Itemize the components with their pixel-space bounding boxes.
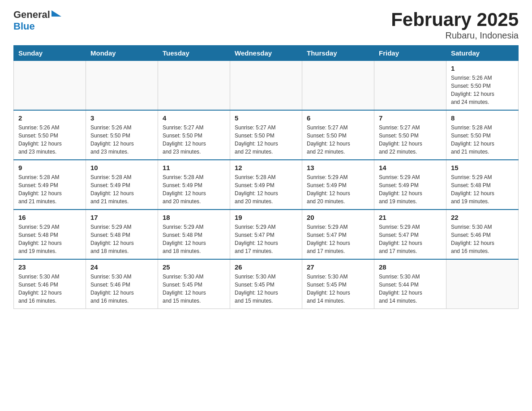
day-number: 22 xyxy=(451,214,514,221)
calendar-day-cell: 14Sunrise: 5:29 AMSunset: 5:49 PMDayligh… xyxy=(374,160,446,210)
day-info: Sunrise: 5:30 AMSunset: 5:46 PMDaylight:… xyxy=(18,273,81,305)
calendar-day-cell: 11Sunrise: 5:28 AMSunset: 5:49 PMDayligh… xyxy=(158,160,230,210)
day-number: 12 xyxy=(235,164,297,171)
day-info: Sunrise: 5:28 AMSunset: 5:49 PMDaylight:… xyxy=(163,173,225,206)
calendar-day-cell: 19Sunrise: 5:29 AMSunset: 5:47 PMDayligh… xyxy=(230,210,302,259)
logo-triangle-icon xyxy=(51,10,61,17)
title-area: February 2025 Rubaru, Indonesia xyxy=(391,9,519,41)
day-number: 25 xyxy=(163,263,225,271)
calendar-day-cell: 25Sunrise: 5:30 AMSunset: 5:45 PMDayligh… xyxy=(158,259,230,309)
day-info: Sunrise: 5:28 AMSunset: 5:50 PMDaylight:… xyxy=(451,124,514,156)
calendar-day-cell xyxy=(14,61,86,111)
logo: General Blue xyxy=(13,9,61,32)
calendar-day-cell: 20Sunrise: 5:29 AMSunset: 5:47 PMDayligh… xyxy=(302,210,374,259)
calendar-day-cell: 17Sunrise: 5:29 AMSunset: 5:48 PMDayligh… xyxy=(86,210,158,259)
day-number: 26 xyxy=(235,263,297,271)
calendar-day-cell: 24Sunrise: 5:30 AMSunset: 5:46 PMDayligh… xyxy=(86,259,158,309)
day-number: 1 xyxy=(451,64,514,72)
calendar-day-cell: 15Sunrise: 5:29 AMSunset: 5:48 PMDayligh… xyxy=(446,160,519,210)
day-of-week-header: Monday xyxy=(86,46,158,61)
day-number: 17 xyxy=(90,214,153,221)
day-info: Sunrise: 5:27 AMSunset: 5:50 PMDaylight:… xyxy=(379,124,442,156)
calendar-day-cell: 9Sunrise: 5:28 AMSunset: 5:49 PMDaylight… xyxy=(14,160,86,210)
day-info: Sunrise: 5:28 AMSunset: 5:49 PMDaylight:… xyxy=(235,173,297,206)
calendar-subtitle: Rubaru, Indonesia xyxy=(391,30,519,41)
calendar-day-cell: 1Sunrise: 5:26 AMSunset: 5:50 PMDaylight… xyxy=(446,61,519,111)
day-info: Sunrise: 5:28 AMSunset: 5:49 PMDaylight:… xyxy=(90,173,153,206)
day-info: Sunrise: 5:29 AMSunset: 5:49 PMDaylight:… xyxy=(379,173,442,206)
calendar-day-cell: 4Sunrise: 5:27 AMSunset: 5:50 PMDaylight… xyxy=(158,110,230,160)
day-info: Sunrise: 5:29 AMSunset: 5:48 PMDaylight:… xyxy=(90,223,153,255)
day-number: 10 xyxy=(90,164,153,171)
day-info: Sunrise: 5:30 AMSunset: 5:46 PMDaylight:… xyxy=(90,273,153,305)
day-info: Sunrise: 5:26 AMSunset: 5:50 PMDaylight:… xyxy=(90,124,153,156)
day-info: Sunrise: 5:29 AMSunset: 5:47 PMDaylight:… xyxy=(307,223,369,255)
day-info: Sunrise: 5:27 AMSunset: 5:50 PMDaylight:… xyxy=(163,124,225,156)
day-info: Sunrise: 5:28 AMSunset: 5:49 PMDaylight:… xyxy=(18,173,81,206)
day-number: 6 xyxy=(307,114,369,122)
calendar-header-row: SundayMondayTuesdayWednesdayThursdayFrid… xyxy=(14,46,519,61)
day-number: 3 xyxy=(90,114,153,122)
calendar-day-cell xyxy=(446,259,519,309)
day-number: 15 xyxy=(451,164,514,171)
calendar-day-cell: 3Sunrise: 5:26 AMSunset: 5:50 PMDaylight… xyxy=(86,110,158,160)
calendar-day-cell: 18Sunrise: 5:29 AMSunset: 5:48 PMDayligh… xyxy=(158,210,230,259)
page-header: General Blue February 2025 Rubaru, Indon… xyxy=(13,9,519,41)
day-number: 21 xyxy=(379,214,442,221)
day-info: Sunrise: 5:30 AMSunset: 5:45 PMDaylight:… xyxy=(235,273,297,305)
day-info: Sunrise: 5:27 AMSunset: 5:50 PMDaylight:… xyxy=(307,124,369,156)
day-number: 9 xyxy=(18,164,81,171)
calendar-day-cell: 6Sunrise: 5:27 AMSunset: 5:50 PMDaylight… xyxy=(302,110,374,160)
calendar-day-cell: 23Sunrise: 5:30 AMSunset: 5:46 PMDayligh… xyxy=(14,259,86,309)
day-info: Sunrise: 5:29 AMSunset: 5:48 PMDaylight:… xyxy=(18,223,81,255)
day-number: 11 xyxy=(163,164,225,171)
calendar-week-row: 2Sunrise: 5:26 AMSunset: 5:50 PMDaylight… xyxy=(14,110,519,160)
calendar-day-cell: 8Sunrise: 5:28 AMSunset: 5:50 PMDaylight… xyxy=(446,110,519,160)
day-of-week-header: Thursday xyxy=(302,46,374,61)
calendar-day-cell xyxy=(158,61,230,111)
day-of-week-header: Wednesday xyxy=(230,46,302,61)
calendar-table: SundayMondayTuesdayWednesdayThursdayFrid… xyxy=(13,45,519,309)
day-info: Sunrise: 5:26 AMSunset: 5:50 PMDaylight:… xyxy=(451,74,514,106)
day-info: Sunrise: 5:29 AMSunset: 5:47 PMDaylight:… xyxy=(235,223,297,255)
calendar-day-cell: 27Sunrise: 5:30 AMSunset: 5:45 PMDayligh… xyxy=(302,259,374,309)
logo-blue-text: Blue xyxy=(13,21,35,32)
calendar-day-cell: 13Sunrise: 5:29 AMSunset: 5:49 PMDayligh… xyxy=(302,160,374,210)
day-number: 27 xyxy=(307,263,369,271)
day-number: 8 xyxy=(451,114,514,122)
calendar-day-cell: 2Sunrise: 5:26 AMSunset: 5:50 PMDaylight… xyxy=(14,110,86,160)
calendar-day-cell: 10Sunrise: 5:28 AMSunset: 5:49 PMDayligh… xyxy=(86,160,158,210)
day-of-week-header: Friday xyxy=(374,46,446,61)
calendar-day-cell: 12Sunrise: 5:28 AMSunset: 5:49 PMDayligh… xyxy=(230,160,302,210)
day-info: Sunrise: 5:30 AMSunset: 5:45 PMDaylight:… xyxy=(163,273,225,305)
calendar-day-cell: 5Sunrise: 5:27 AMSunset: 5:50 PMDaylight… xyxy=(230,110,302,160)
day-info: Sunrise: 5:26 AMSunset: 5:50 PMDaylight:… xyxy=(18,124,81,156)
day-number: 18 xyxy=(163,214,225,221)
calendar-week-row: 9Sunrise: 5:28 AMSunset: 5:49 PMDaylight… xyxy=(14,160,519,210)
day-info: Sunrise: 5:29 AMSunset: 5:47 PMDaylight:… xyxy=(379,223,442,255)
calendar-week-row: 16Sunrise: 5:29 AMSunset: 5:48 PMDayligh… xyxy=(14,210,519,259)
day-number: 7 xyxy=(379,114,442,122)
calendar-day-cell: 28Sunrise: 5:30 AMSunset: 5:44 PMDayligh… xyxy=(374,259,446,309)
day-number: 19 xyxy=(235,214,297,221)
logo-general-text: General xyxy=(13,9,50,21)
day-number: 24 xyxy=(90,263,153,271)
calendar-day-cell xyxy=(230,61,302,111)
day-info: Sunrise: 5:29 AMSunset: 5:48 PMDaylight:… xyxy=(163,223,225,255)
day-of-week-header: Saturday xyxy=(446,46,519,61)
day-number: 13 xyxy=(307,164,369,171)
calendar-day-cell: 7Sunrise: 5:27 AMSunset: 5:50 PMDaylight… xyxy=(374,110,446,160)
day-number: 16 xyxy=(18,214,81,221)
day-number: 5 xyxy=(235,114,297,122)
day-info: Sunrise: 5:30 AMSunset: 5:46 PMDaylight:… xyxy=(451,223,514,255)
day-info: Sunrise: 5:29 AMSunset: 5:48 PMDaylight:… xyxy=(451,173,514,206)
calendar-day-cell: 26Sunrise: 5:30 AMSunset: 5:45 PMDayligh… xyxy=(230,259,302,309)
calendar-day-cell xyxy=(374,61,446,111)
day-number: 28 xyxy=(379,263,442,271)
calendar-day-cell: 22Sunrise: 5:30 AMSunset: 5:46 PMDayligh… xyxy=(446,210,519,259)
day-info: Sunrise: 5:27 AMSunset: 5:50 PMDaylight:… xyxy=(235,124,297,156)
calendar-title: February 2025 xyxy=(391,9,519,30)
calendar-week-row: 1Sunrise: 5:26 AMSunset: 5:50 PMDaylight… xyxy=(14,61,519,111)
day-info: Sunrise: 5:29 AMSunset: 5:49 PMDaylight:… xyxy=(307,173,369,206)
calendar-day-cell xyxy=(86,61,158,111)
